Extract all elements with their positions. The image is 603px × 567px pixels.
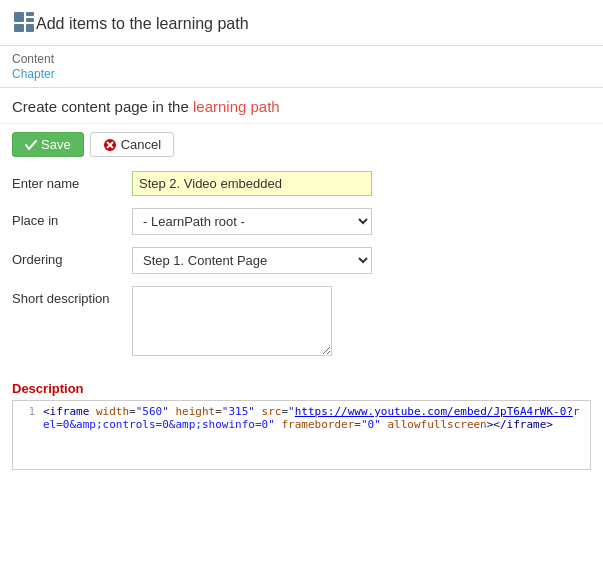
code-editor[interactable]: 1 <iframe width="560" height="315" src="… <box>12 400 591 470</box>
sub-header-title: Create content page in the learning path <box>12 98 280 115</box>
ordering-label: Ordering <box>12 247 132 267</box>
tag-open: <iframe <box>43 405 89 418</box>
attr-frameborder-val: "0" <box>361 418 381 431</box>
tag-close-iframe: ></iframe> <box>487 418 553 431</box>
place-in-select[interactable]: - LearnPath root - <box>132 208 372 235</box>
short-description-textarea[interactable] <box>132 286 332 356</box>
save-button[interactable]: Save <box>12 132 84 157</box>
breadcrumb: Content Chapter <box>0 46 603 88</box>
ordering-select[interactable]: Step 1. Content Page <box>132 247 372 274</box>
attr-width: width <box>96 405 129 418</box>
svg-rect-4 <box>26 24 34 32</box>
svg-rect-1 <box>26 12 34 16</box>
enter-name-label: Enter name <box>12 171 132 191</box>
attr-height-val: "315" <box>222 405 255 418</box>
code-line-1: <iframe width="560" height="315" src="ht… <box>43 405 584 431</box>
breadcrumb-content-label: Content <box>12 52 591 66</box>
enter-name-input[interactable] <box>132 171 372 196</box>
cancel-label: Cancel <box>121 137 161 152</box>
breadcrumb-chapter-link[interactable]: Chapter <box>12 67 55 81</box>
place-in-row: Place in - LearnPath root - <box>12 208 591 235</box>
line-number-1: 1 <box>19 405 35 418</box>
ordering-control: Step 1. Content Page <box>132 247 591 274</box>
form: Enter name Place in - LearnPath root - O… <box>0 165 603 377</box>
toolbar: Save Cancel <box>0 124 603 165</box>
code-editor-body: 1 <iframe width="560" height="315" src="… <box>13 401 590 435</box>
enter-name-control <box>132 171 591 196</box>
save-label: Save <box>41 137 71 152</box>
description-section: Description 1 <iframe width="560" height… <box>0 377 603 470</box>
place-in-control: - LearnPath root - <box>132 208 591 235</box>
attr-src: src <box>262 405 282 418</box>
description-label: Description <box>12 381 591 396</box>
page-title: Add items to the learning path <box>36 15 249 33</box>
cancel-icon <box>103 138 117 152</box>
place-in-label: Place in <box>12 208 132 228</box>
check-icon <box>25 139 37 151</box>
short-description-label: Short description <box>12 286 132 306</box>
page-header: Add items to the learning path <box>0 0 603 46</box>
attr-width-val: "560" <box>136 405 169 418</box>
cancel-button[interactable]: Cancel <box>90 132 174 157</box>
attr-height: height <box>175 405 215 418</box>
short-description-row: Short description <box>12 286 591 359</box>
attr-allowfullscreen: allowfullscreen <box>387 418 486 431</box>
short-description-control <box>132 286 591 359</box>
svg-rect-2 <box>26 18 34 22</box>
svg-rect-3 <box>14 24 24 32</box>
url-link: https://www.youtube.com/embed/JpT6A4rWK-… <box>295 405 573 418</box>
svg-rect-0 <box>14 12 24 22</box>
enter-name-row: Enter name <box>12 171 591 196</box>
sub-header: Create content page in the learning path <box>0 88 603 124</box>
learning-path-icon <box>12 10 36 37</box>
attr-frameborder: frameborder <box>281 418 354 431</box>
line-numbers: 1 <box>19 405 35 431</box>
sub-header-highlight: learning path <box>193 98 280 115</box>
ordering-row: Ordering Step 1. Content Page <box>12 247 591 274</box>
